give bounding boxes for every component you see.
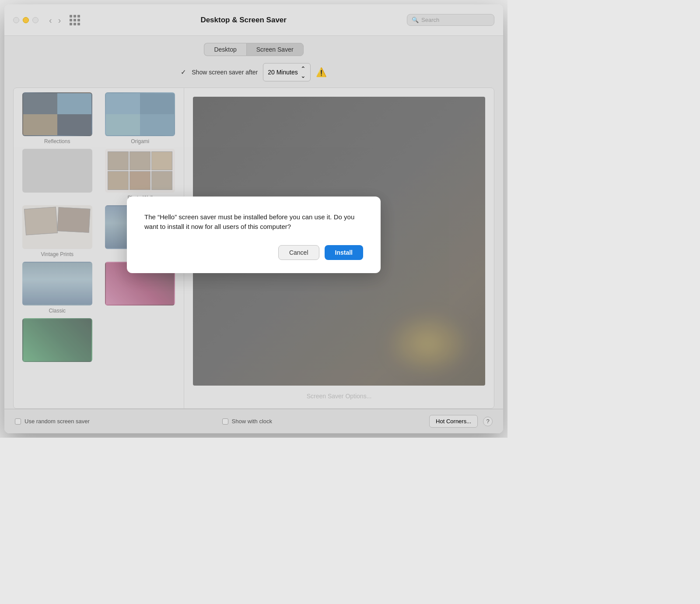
grid-dot xyxy=(70,23,72,25)
cancel-button[interactable]: Cancel xyxy=(278,245,319,260)
grid-dot xyxy=(74,23,76,25)
search-input[interactable]: Search xyxy=(421,17,439,23)
grid-dot xyxy=(70,15,72,18)
grid-dot xyxy=(74,19,76,21)
content-area: Desktop Screen Saver ✓ Show screen saver… xyxy=(4,36,503,433)
window-title: Desktop & Screen Saver xyxy=(80,16,407,25)
grid-dot xyxy=(74,15,76,18)
close-button[interactable] xyxy=(13,17,19,23)
modal-buttons: Cancel Install xyxy=(144,245,363,260)
modal-overlay: The “Hello” screen saver must be install… xyxy=(4,36,503,433)
search-box[interactable]: 🔍 Search xyxy=(407,14,494,26)
preferences-window: ‹ › Desktop & Screen Saver 🔍 Search Desk… xyxy=(4,4,503,433)
install-button[interactable]: Install xyxy=(325,245,363,260)
minimize-button[interactable] xyxy=(23,17,29,23)
search-icon: 🔍 xyxy=(412,17,419,23)
forward-button[interactable]: › xyxy=(56,15,63,25)
maximize-button[interactable] xyxy=(32,17,38,23)
install-dialog: The “Hello” screen saver must be install… xyxy=(127,197,381,273)
traffic-lights xyxy=(13,17,38,23)
title-bar: ‹ › Desktop & Screen Saver 🔍 Search xyxy=(4,4,503,36)
modal-message-text: The “Hello” screen saver must be install… xyxy=(144,212,363,232)
back-button[interactable]: ‹ xyxy=(47,15,54,25)
nav-buttons: ‹ › xyxy=(47,15,63,25)
grid-dot xyxy=(70,19,72,21)
app-grid-button[interactable] xyxy=(70,15,80,25)
